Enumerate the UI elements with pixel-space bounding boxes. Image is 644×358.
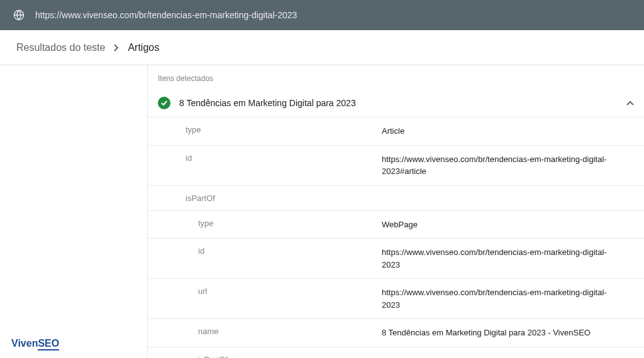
logo-part1: Viven [11,338,38,349]
data-key: type [198,219,382,231]
breadcrumb-root[interactable]: Resultados do teste [16,42,105,53]
data-value: https://www.vivenseo.com/br/tendencias-e… [382,153,634,178]
data-key: id [186,153,382,178]
main-panel: Itens detectados 8 Tendências em Marketi… [147,65,644,358]
data-value: https://www.vivenseo.com/br/tendencias-e… [382,246,634,271]
sub-header: isPartOf [148,347,644,359]
chevron-up-icon [626,97,634,109]
data-key: type [186,125,382,138]
url-text: https://www.vivenseo.com/br/tendencias-e… [35,10,297,20]
data-row: name 8 Tendências em Marketing Digital p… [148,319,644,347]
section-label: Itens detectados [148,65,644,89]
data-row: type Article [148,117,644,146]
globe-icon [13,9,25,21]
data-row: id https://www.vivenseo.com/br/tendencia… [148,146,644,186]
logo-watermark: VivenSEO [11,338,59,350]
accordion-header[interactable]: 8 Tendências em Marketing Digital para 2… [148,89,644,117]
data-value: Article [382,125,634,138]
chevron-right-icon [114,44,119,52]
logo-part2: SEO [38,338,59,350]
sub-header: isPartOf [148,186,644,211]
breadcrumb-current: Artigos [128,42,159,53]
data-row: id https://www.vivenseo.com/br/tendencia… [148,239,644,279]
breadcrumb: Resultados do teste Artigos [0,30,644,65]
data-value: 8 Tendências em Marketing Digital para 2… [382,327,634,339]
data-key: name [198,327,382,339]
data-key: url [198,286,382,311]
data-row: url https://www.vivenseo.com/br/tendenci… [148,279,644,319]
data-value: WebPage [382,219,634,231]
url-bar: https://www.vivenseo.com/br/tendencias-e… [0,0,644,30]
data-row: type WebPage [148,211,644,239]
accordion-title: 8 Tendências em Marketing Digital para 2… [179,98,626,108]
data-key: id [198,246,382,271]
content-area: Itens detectados 8 Tendências em Marketi… [0,65,644,358]
data-value: https://www.vivenseo.com/br/tendencias-e… [382,286,634,311]
check-icon [158,97,170,109]
